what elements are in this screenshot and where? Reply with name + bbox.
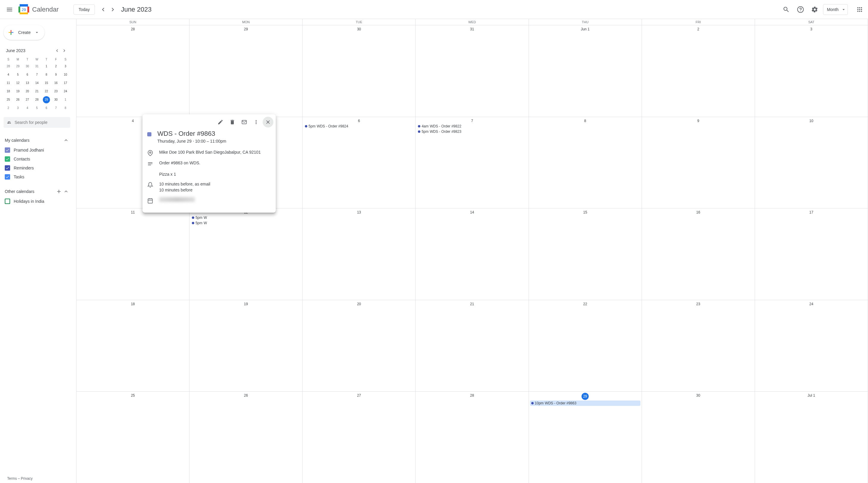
- day-cell[interactable]: 19: [189, 300, 303, 392]
- calendar-item[interactable]: Reminders: [4, 164, 70, 172]
- calendar-item[interactable]: Contacts: [4, 154, 70, 164]
- mini-day[interactable]: 28: [5, 63, 12, 70]
- view-selector[interactable]: Month: [823, 4, 848, 15]
- day-cell[interactable]: 2910pmWDS - Order #9863: [529, 392, 642, 483]
- terms-link[interactable]: Terms: [7, 477, 17, 481]
- close-popup-button[interactable]: [263, 117, 273, 127]
- day-cell[interactable]: 65pmWDS - Order #9824: [303, 117, 415, 208]
- edit-event-button[interactable]: [215, 117, 226, 127]
- other-calendars-toggle[interactable]: Other calendars: [4, 186, 70, 197]
- calendar-checkbox[interactable]: [5, 165, 10, 171]
- mini-day[interactable]: 31: [33, 63, 40, 70]
- day-cell[interactable]: 24: [755, 300, 868, 392]
- mini-day[interactable]: 14: [33, 80, 40, 87]
- email-guests-button[interactable]: [239, 117, 250, 127]
- mini-prev-button[interactable]: [54, 47, 61, 54]
- mini-day[interactable]: 3: [14, 105, 22, 112]
- mini-day[interactable]: 6: [43, 105, 50, 112]
- day-cell[interactable]: 16: [642, 208, 755, 300]
- mini-day[interactable]: 12: [14, 80, 22, 87]
- mini-day[interactable]: 7: [52, 105, 60, 112]
- mini-day[interactable]: 20: [24, 88, 31, 95]
- calendar-item[interactable]: Holidays in India: [4, 197, 70, 206]
- day-cell[interactable]: 9: [642, 117, 755, 208]
- mini-day[interactable]: 17: [62, 80, 69, 87]
- day-cell[interactable]: 26: [189, 392, 303, 483]
- mini-day[interactable]: 8: [43, 71, 50, 78]
- search-people[interactable]: [4, 117, 70, 128]
- day-cell[interactable]: 2: [642, 25, 755, 117]
- mini-day[interactable]: 18: [5, 88, 12, 95]
- mini-day[interactable]: 15: [43, 80, 50, 87]
- day-cell[interactable]: 14: [415, 208, 529, 300]
- mini-day[interactable]: 7: [33, 71, 40, 78]
- day-cell[interactable]: 28: [76, 25, 189, 117]
- mini-day[interactable]: 27: [24, 96, 31, 103]
- search-people-input[interactable]: [14, 120, 67, 125]
- mini-day[interactable]: 19: [14, 88, 22, 95]
- settings-button[interactable]: [809, 4, 821, 16]
- calendar-checkbox[interactable]: [5, 147, 10, 153]
- calendar-checkbox[interactable]: [5, 157, 10, 162]
- day-cell[interactable]: 23: [642, 300, 755, 392]
- day-cell[interactable]: 27: [303, 392, 415, 483]
- day-cell[interactable]: 30: [642, 392, 755, 483]
- mini-day[interactable]: 4: [24, 105, 31, 112]
- mini-day[interactable]: 23: [52, 88, 60, 95]
- mini-day[interactable]: 1: [43, 63, 50, 70]
- calendar-item[interactable]: Tasks: [4, 172, 70, 181]
- today-button[interactable]: Today: [73, 4, 95, 15]
- day-cell[interactable]: 11: [76, 208, 189, 300]
- day-cell[interactable]: Jun 1: [529, 25, 642, 117]
- mini-day[interactable]: 22: [43, 88, 50, 95]
- support-button[interactable]: [795, 4, 806, 16]
- event-chip[interactable]: 5pmW: [191, 215, 301, 220]
- mini-day[interactable]: 8: [62, 105, 69, 112]
- mini-next-button[interactable]: [61, 47, 68, 54]
- event-chip[interactable]: 5pmW: [191, 220, 301, 226]
- mini-day[interactable]: 21: [33, 88, 40, 95]
- mini-day[interactable]: 6: [24, 71, 31, 78]
- mini-day[interactable]: 11: [5, 80, 12, 87]
- mini-day[interactable]: 5: [33, 105, 40, 112]
- day-cell[interactable]: 15: [529, 208, 642, 300]
- mini-day[interactable]: 2: [5, 105, 12, 112]
- day-cell[interactable]: 13: [303, 208, 415, 300]
- create-button[interactable]: Create: [4, 25, 44, 40]
- day-cell[interactable]: 74amWDS - Order #98225pmWDS - Order #982…: [415, 117, 529, 208]
- my-calendars-toggle[interactable]: My calendars: [4, 135, 70, 146]
- mini-day[interactable]: 10: [62, 71, 69, 78]
- mini-day[interactable]: 25: [5, 96, 12, 103]
- mini-day[interactable]: 1: [62, 96, 69, 103]
- mini-day[interactable]: 29: [43, 96, 50, 103]
- privacy-link[interactable]: Privacy: [21, 477, 32, 481]
- main-menu-button[interactable]: [2, 2, 17, 17]
- event-chip[interactable]: 10pmWDS - Order #9863: [530, 400, 641, 406]
- day-cell[interactable]: 20: [303, 300, 415, 392]
- day-cell[interactable]: 3: [755, 25, 868, 117]
- day-cell[interactable]: 18: [76, 300, 189, 392]
- mini-day[interactable]: 30: [52, 96, 60, 103]
- next-month-button[interactable]: [108, 5, 118, 14]
- day-cell[interactable]: 8: [529, 117, 642, 208]
- calendar-checkbox[interactable]: [5, 199, 10, 204]
- day-cell[interactable]: 10: [755, 117, 868, 208]
- day-cell[interactable]: 21: [415, 300, 529, 392]
- mini-day[interactable]: 2: [52, 63, 60, 70]
- prev-month-button[interactable]: [98, 5, 108, 14]
- day-cell[interactable]: 22: [529, 300, 642, 392]
- mini-day[interactable]: 28: [33, 96, 40, 103]
- day-cell[interactable]: Jul 1: [755, 392, 868, 483]
- day-cell[interactable]: 31: [415, 25, 529, 117]
- event-chip[interactable]: 5pmWDS - Order #9824: [304, 123, 414, 129]
- mini-day[interactable]: 4: [5, 71, 12, 78]
- day-cell[interactable]: 30: [303, 25, 415, 117]
- plus-icon[interactable]: [56, 189, 62, 195]
- day-cell[interactable]: 25: [76, 392, 189, 483]
- search-button[interactable]: [780, 4, 792, 16]
- mini-day[interactable]: 3: [62, 63, 69, 70]
- event-chip[interactable]: 4amWDS - Order #9822: [417, 123, 527, 129]
- mini-day[interactable]: 5: [14, 71, 22, 78]
- event-chip[interactable]: 5pmWDS - Order #9823: [417, 129, 527, 134]
- day-cell[interactable]: 125pmW5pmW: [189, 208, 303, 300]
